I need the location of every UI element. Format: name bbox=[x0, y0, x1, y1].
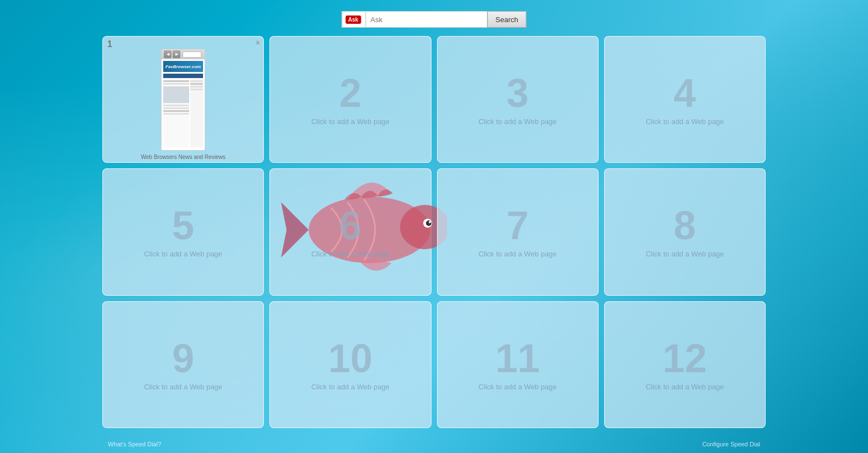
ss-site-logo: FavBrowser.com bbox=[165, 64, 201, 69]
tile-12-label: Click to add a Web page bbox=[646, 383, 724, 391]
tile-8-number: 8 bbox=[674, 205, 696, 245]
tile-3-label: Click to add a Web page bbox=[479, 117, 557, 126]
tile-5-label: Click to add a Web page bbox=[144, 250, 222, 258]
tile-1[interactable]: 1 × ◀ ▶ FavBrowser.com bbox=[102, 36, 264, 163]
svg-point-3 bbox=[426, 220, 432, 226]
whats-speed-dial-link[interactable]: What's Speed Dial? bbox=[108, 441, 161, 447]
tile-4-number: 4 bbox=[674, 73, 696, 113]
tile-9-label: Click to add a Web page bbox=[144, 383, 222, 391]
ss-forward-btn: ▶ bbox=[173, 50, 180, 58]
tile-12-number: 12 bbox=[663, 338, 707, 378]
ask-logo: Ask bbox=[341, 11, 365, 28]
tile-5[interactable]: 5 Click to add a Web page bbox=[102, 168, 264, 295]
tile-3[interactable]: 3 Click to add a Web page bbox=[437, 36, 599, 163]
tile-1-close[interactable]: × bbox=[256, 39, 260, 47]
tile-1-number: 1 bbox=[107, 39, 112, 49]
tile-1-screenshot: ◀ ▶ FavBrowser.com bbox=[161, 49, 205, 151]
configure-speed-dial-link[interactable]: Configure Speed Dial bbox=[702, 441, 760, 447]
svg-point-4 bbox=[429, 221, 431, 223]
tile-4-label: Click to add a Web page bbox=[646, 117, 724, 126]
tile-6-number: 6 bbox=[339, 205, 361, 245]
tile-9[interactable]: 9 Click to add a Web page bbox=[102, 301, 264, 428]
footer-links: What's Speed Dial? Configure Speed Dial bbox=[0, 441, 868, 447]
tile-10[interactable]: 10 Click to add a Web page bbox=[269, 301, 431, 428]
search-input[interactable] bbox=[366, 11, 487, 28]
tile-12[interactable]: 12 Click to add a Web page bbox=[604, 301, 766, 428]
tile-2-number: 2 bbox=[339, 73, 361, 113]
tile-11[interactable]: 11 Click to add a Web page bbox=[437, 301, 599, 428]
tile-7-number: 7 bbox=[507, 205, 529, 245]
tile-7[interactable]: 7 Click to add a Web page bbox=[437, 168, 599, 295]
tile-3-number: 3 bbox=[507, 73, 529, 113]
ss-url-bar bbox=[183, 52, 201, 58]
tile-7-label: Click to add a Web page bbox=[479, 250, 557, 258]
tile-6-label: Click to add a Web page bbox=[311, 250, 389, 258]
tile-1-caption: Web Browsers News and Reviews bbox=[103, 153, 263, 162]
svg-point-2 bbox=[423, 219, 432, 228]
tile-2-label: Click to add a Web page bbox=[311, 117, 389, 126]
ss-back-btn: ◀ bbox=[164, 50, 171, 58]
tile-10-number: 10 bbox=[328, 338, 372, 378]
tile-2[interactable]: 2 Click to add a Web page bbox=[269, 36, 431, 163]
search-bar: Ask Search bbox=[341, 11, 527, 28]
tile-8-label: Click to add a Web page bbox=[646, 250, 724, 258]
tile-4[interactable]: 4 Click to add a Web page bbox=[604, 36, 766, 163]
tile-9-number: 9 bbox=[172, 338, 194, 378]
tile-5-number: 5 bbox=[172, 205, 194, 245]
tile-11-number: 11 bbox=[496, 338, 540, 378]
search-button[interactable]: Search bbox=[487, 11, 527, 28]
tile-6[interactable]: 6 Click to add a Web page bbox=[269, 168, 431, 295]
speed-dial-grid: 1 × ◀ ▶ FavBrowser.com bbox=[102, 36, 766, 428]
tile-11-label: Click to add a Web page bbox=[479, 383, 557, 391]
tile-10-label: Click to add a Web page bbox=[311, 383, 389, 391]
tile-8[interactable]: 8 Click to add a Web page bbox=[604, 168, 766, 295]
